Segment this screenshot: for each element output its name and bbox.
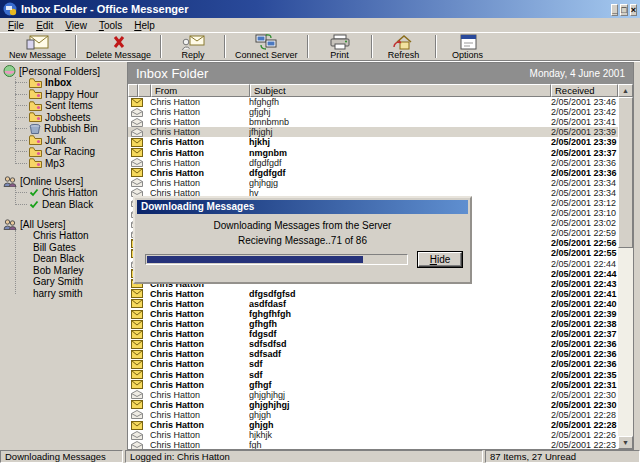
- open-envelope-icon: [128, 158, 150, 167]
- tree-section: [Online Users]Chris HattonDean Black: [3, 175, 126, 210]
- message-row[interactable]: Chris Hattonhjkhj2/05/2001 23:39: [128, 137, 618, 147]
- message-received: 2/05/2001 22:26: [551, 430, 618, 440]
- refresh-button[interactable]: Refresh: [375, 33, 433, 60]
- message-subject: ghjgh: [249, 420, 551, 430]
- status-item-count: 87 Items, 27 Unread: [485, 450, 640, 463]
- message-row[interactable]: Chris Hattongfjghj2/05/2001 23:42: [128, 107, 618, 117]
- options-button[interactable]: Options: [439, 33, 497, 60]
- minimize-button[interactable]: _: [611, 4, 618, 16]
- message-subject: hfghgfh: [249, 97, 551, 107]
- tree-item-happy-hour[interactable]: Happy Hour: [3, 89, 126, 101]
- folder-icon: [29, 89, 42, 99]
- message-row[interactable]: Chris Hattonghjgh2/05/2001 22:28: [128, 420, 618, 430]
- message-row[interactable]: Chris Hattonhfghgfh2/05/2001 23:46: [128, 97, 618, 107]
- tree-item-dean-black[interactable]: Dean Black: [3, 199, 126, 211]
- hide-button[interactable]: Hide: [418, 252, 462, 267]
- delete-message-button[interactable]: Delete Message: [79, 33, 158, 60]
- column-header-from[interactable]: From: [151, 84, 250, 97]
- message-subject: sdf: [249, 359, 551, 369]
- menu-help[interactable]: Help: [128, 19, 161, 32]
- new-message-button[interactable]: New Message: [2, 33, 73, 60]
- scrollbar-thumb[interactable]: [618, 97, 633, 248]
- column-header-blank[interactable]: [128, 84, 138, 97]
- tree-root-onlineusers[interactable]: [Online Users]: [3, 175, 126, 187]
- toolbar-button-label: Connect Server: [235, 50, 298, 60]
- message-row[interactable]: Chris Hattonjfhjghj2/05/2001 23:39: [128, 127, 618, 137]
- closed-envelope-icon: [128, 360, 150, 369]
- message-row[interactable]: Chris Hattondfgdfgdf2/05/2001 23:36: [128, 168, 618, 178]
- tree-item-chris-hatton[interactable]: Chris Hatton: [3, 187, 126, 199]
- open-envelope-icon: [128, 431, 150, 440]
- tree-item-sent-items[interactable]: Sent Items: [3, 100, 126, 112]
- message-received: 2/05/2001 22:28: [551, 420, 618, 430]
- app-window: Inbox Folder - Office Messenger _□× File…: [0, 0, 640, 463]
- tree-item-jobsheets[interactable]: Jobsheets: [3, 112, 126, 124]
- message-row[interactable]: Chris Hattonfdgsdf2/05/2001 22:37: [128, 329, 618, 339]
- message-row[interactable]: Chris Hattonghjgh2/05/2001 22:28: [128, 410, 618, 420]
- tree-item-label: Chris Hatton: [33, 230, 89, 241]
- connect-server-button[interactable]: Connect Server: [228, 33, 305, 60]
- column-header-received[interactable]: Received: [551, 84, 618, 97]
- toolbar-separator: [435, 35, 437, 58]
- message-row[interactable]: Chris Hattonghjghjhgj2/05/2001 22:30: [128, 400, 618, 410]
- close-button[interactable]: ×: [630, 4, 637, 16]
- message-row[interactable]: Chris Hattonnmgnbm2/05/2001 23:37: [128, 147, 618, 157]
- message-row[interactable]: Chris Hattondfgsdfgfsd2/05/2001 22:41: [128, 289, 618, 299]
- tree-item-harry-smith[interactable]: harry smith: [3, 288, 126, 300]
- scroll-up-icon[interactable]: ▲: [618, 84, 633, 97]
- tree-item-bill-gates[interactable]: Bill Gates: [3, 242, 126, 254]
- message-row[interactable]: Chris Hattonfgh2/05/2001 22:23: [128, 440, 618, 449]
- message-from: Chris Hatton: [150, 158, 249, 168]
- tree-item-dean-black[interactable]: Dean Black: [3, 253, 126, 265]
- message-row[interactable]: Chris Hattongfhgf2/05/2001 22:31: [128, 380, 618, 390]
- message-row[interactable]: Chris Hattongfhgfh2/05/2001 22:38: [128, 319, 618, 329]
- vertical-scrollbar[interactable]: ▲ ▼: [618, 84, 633, 449]
- menu-view[interactable]: View: [59, 19, 93, 32]
- closed-envelope-icon: [128, 330, 150, 339]
- message-row[interactable]: Chris Hattonsdf2/05/2001 22:35: [128, 370, 618, 380]
- closed-envelope-icon: [128, 148, 150, 157]
- message-row[interactable]: Chris Hattonghjghjhgj2/05/2001 22:30: [128, 390, 618, 400]
- tree-item-car-racing[interactable]: Car Racing: [3, 146, 126, 158]
- tree-item-mp3[interactable]: Mp3: [3, 158, 126, 170]
- message-from: Chris Hatton: [150, 400, 249, 410]
- message-row[interactable]: Chris Hattonhjkhjk2/05/2001 22:26: [128, 430, 618, 440]
- tree-root-allusers[interactable]: [All Users]: [3, 218, 126, 230]
- scrollbar-track[interactable]: [618, 97, 633, 436]
- reply-button[interactable]: Reply: [164, 33, 222, 60]
- scroll-down-icon[interactable]: ▼: [618, 436, 633, 449]
- menu-file[interactable]: File: [2, 19, 30, 32]
- progress-bar: [145, 254, 408, 265]
- message-from: Chris Hatton: [150, 117, 249, 127]
- message-row[interactable]: Chris Hattonsdfsadf2/05/2001 22:36: [128, 349, 618, 359]
- column-header-blank[interactable]: [138, 84, 151, 97]
- titlebar[interactable]: Inbox Folder - Office Messenger _□×: [0, 0, 640, 18]
- folder-banner: Inbox Folder Monday, 4 June 2001: [128, 63, 633, 84]
- tree-item-rubbish-bin[interactable]: Rubbish Bin: [3, 123, 126, 135]
- menu-edit[interactable]: Edit: [30, 19, 59, 32]
- print-button[interactable]: Print: [311, 33, 369, 60]
- tree-item-label: Dean Black: [33, 253, 84, 264]
- message-subject: dfgdfgdf: [249, 158, 551, 168]
- tree-section: [All Users]Chris HattonBill GatesDean Bl…: [3, 218, 126, 299]
- message-row[interactable]: Chris Hattonbmnbmnb2/05/2001 23:41: [128, 117, 618, 127]
- message-row[interactable]: Chris Hattonsdf2/05/2001 22:36: [128, 359, 618, 369]
- message-row[interactable]: Chris Hattondfgdfgdf2/05/2001 23:36: [128, 158, 618, 168]
- restore-button[interactable]: □: [620, 4, 627, 16]
- message-row[interactable]: Chris Hattonghjhgjg2/05/2001 23:34: [128, 178, 618, 188]
- closed-envelope-icon: [128, 310, 150, 319]
- tree-item-chris-hatton[interactable]: Chris Hatton: [3, 230, 126, 242]
- message-row[interactable]: Chris Hattonsdfsdfsd2/05/2001 22:36: [128, 339, 618, 349]
- tree-root-personalfolders[interactable]: [Personal Folders]: [3, 65, 126, 77]
- tree-item-gary-smith[interactable]: Gary Smith: [3, 276, 126, 288]
- message-received: 2/05/2001 23:39: [551, 137, 618, 147]
- new-message-icon: [25, 34, 51, 50]
- tree-item-inbox[interactable]: Inbox: [3, 77, 126, 89]
- dialog-titlebar[interactable]: Downloading Messages: [137, 200, 468, 214]
- message-row[interactable]: Chris Hattonfghgfhfgh2/05/2001 22:39: [128, 309, 618, 319]
- tree-item-bob-marley[interactable]: Bob Marley: [3, 265, 126, 277]
- menu-tools[interactable]: Tools: [93, 19, 128, 32]
- column-header-subject[interactable]: Subject: [250, 84, 551, 97]
- message-row[interactable]: Chris Hattonasdfdasf2/05/2001 22:40: [128, 299, 618, 309]
- tree-item-junk[interactable]: Junk: [3, 135, 126, 147]
